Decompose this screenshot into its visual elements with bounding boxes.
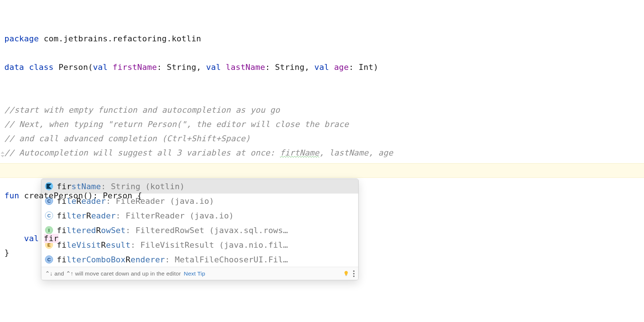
next-tip-link[interactable]: Next Tip [184, 266, 205, 280]
comment-4: // Autocompletion will suggest all 3 var… [4, 148, 393, 157]
code-editor[interactable]: package com.jetbrains.refactoring.kotlin… [0, 0, 644, 274]
user-typed-text[interactable]: fir [44, 234, 59, 243]
comment-2: // Next, when typing "return Person(", t… [4, 120, 349, 129]
more-menu-icon[interactable] [353, 270, 355, 277]
prop-lastname: lastName [221, 63, 265, 72]
prop-age: age [329, 63, 349, 72]
popup-hint: ⌃↓ and ⌃↑ will move caret down and up in… [45, 266, 181, 280]
kw-data: data [4, 63, 29, 72]
type-int: : Int) [349, 63, 378, 72]
prop-firstname: firstName [108, 63, 157, 72]
class-name: Person( [53, 63, 93, 72]
indent [4, 234, 24, 243]
completion-item[interactable]: CfilterReader : FilterReader (java.io) [41, 208, 358, 223]
kw-val-2: val [206, 63, 221, 72]
package-name: com.jetbrains.refactoring.kotlin [39, 34, 201, 43]
typo-hint: firtName [280, 148, 319, 157]
comment-1: //start with empty function and autocomp… [4, 105, 280, 115]
completion-tail: : FilterReader (java.io) [116, 209, 234, 223]
gutter-fold-icon[interactable] [1, 151, 4, 157]
kw-fun: fun [4, 191, 19, 200]
type-string-2: : String, [265, 63, 314, 72]
close-brace: } [4, 248, 9, 257]
kw-val-3: val [314, 63, 329, 72]
ch-badge-icon: C [45, 211, 53, 220]
kw-val-local: val [24, 234, 39, 243]
lightbulb-icon[interactable] [343, 270, 349, 277]
kw-package: package [4, 34, 39, 43]
comment-3: // and call advanced completion (Ctrl+Sh… [4, 134, 250, 143]
kw-val: val [93, 63, 108, 72]
kw-class: class [29, 63, 53, 72]
fn-signature: createPerson(): Person { [19, 191, 142, 200]
completion-name: filterReader [57, 209, 116, 223]
svg-rect-0 [345, 275, 347, 276]
type-string-1: : String, [157, 63, 206, 72]
popup-footer: ⌃↓ and ⌃↑ will move caret down and up in… [41, 267, 358, 280]
